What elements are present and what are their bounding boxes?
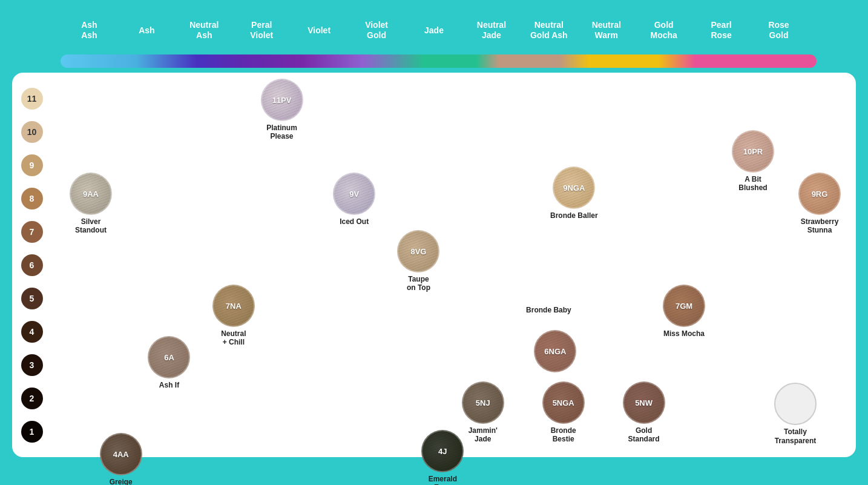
spectrum-bar xyxy=(61,54,817,68)
swatch-5nga[interactable]: 5NGA BrondeBestie xyxy=(542,381,585,444)
col-header-ash-ash: AshAsh xyxy=(62,20,116,41)
swatch-6a[interactable]: 6A Ash If xyxy=(148,336,190,389)
swatch-label-9v: Iced Out xyxy=(340,217,369,226)
swatch-grid: 11PV PlatinumPlease 10PR A BitBlushed 9A… xyxy=(51,73,856,457)
col-header-neutral-jade: NeutralJade xyxy=(464,20,519,41)
col-header-gold-mocha: GoldMocha xyxy=(637,20,691,41)
swatch-label-6a: Ash If xyxy=(159,381,179,389)
swatch-label-5nj: Jammin'Jade xyxy=(469,426,498,444)
col-header-rose-gold: RoseGold xyxy=(752,20,806,41)
swatch-label-4aa: GreigeGetter xyxy=(110,478,133,485)
col-header-violet: Violet xyxy=(292,25,346,36)
row-label-1: 1 xyxy=(21,421,43,443)
main-container: AshAsh Ash NeutralAsh PeralViolet Violet… xyxy=(0,0,868,485)
swatch-6nga[interactable]: 6NGA xyxy=(534,330,576,375)
swatch-label-10pr: A BitBlushed xyxy=(738,175,767,193)
col-header-neutral-gold-ash: NeutralGold Ash xyxy=(522,20,576,41)
row-label-8: 8 xyxy=(21,188,43,210)
swatch-label-5nga: BrondeBestie xyxy=(551,426,576,444)
swatch-label-8vg: Taupeon Top xyxy=(407,275,430,292)
transparent-circle xyxy=(774,383,817,425)
row-label-3: 3 xyxy=(21,354,43,376)
bronde-baby-label: Bronde Baby xyxy=(526,306,571,314)
swatch-8vg[interactable]: 8VG Taupeon Top xyxy=(397,230,439,292)
swatch-label-5nw: GoldStandard xyxy=(628,426,660,444)
col-header-peral-violet: PeralViolet xyxy=(234,20,289,41)
swatch-label-9rg: StrawberryStunna xyxy=(801,217,839,235)
swatch-9nga[interactable]: 9NGA Bronde Baller xyxy=(550,167,598,220)
col-header-neutral-ash: NeutralAsh xyxy=(177,20,231,41)
swatch-label-7na: Neutral+ Chill xyxy=(221,329,246,347)
swatch-label-11pv: PlatinumPlease xyxy=(266,124,297,141)
col-header-jade: Jade xyxy=(407,25,461,36)
row-label-6: 6 xyxy=(21,254,43,276)
swatch-5nj[interactable]: 5NJ Jammin'Jade xyxy=(462,381,504,444)
swatch-9rg[interactable]: 9RG StrawberryStunna xyxy=(798,173,841,235)
row-label-10: 10 xyxy=(21,121,43,143)
row-label-9: 9 xyxy=(21,154,43,176)
swatch-9v[interactable]: 9V Iced Out xyxy=(333,173,375,226)
swatch-transparent[interactable]: TotallyTransparent xyxy=(774,383,817,445)
row-label-11: 11 xyxy=(21,88,43,110)
col-header-violet-gold: VioletGold xyxy=(349,20,404,41)
chart-area: 11 10 9 8 7 6 5 4 3 2 1 11PV PlatinumPle… xyxy=(12,73,856,457)
row-label-7: 7 xyxy=(21,221,43,243)
col-header-ash: Ash xyxy=(119,25,174,36)
swatch-7gm[interactable]: 7GM Miss Mocha xyxy=(663,285,705,338)
row-labels: 11 10 9 8 7 6 5 4 3 2 1 xyxy=(12,73,51,457)
swatch-label-9nga: Bronde Baller xyxy=(550,211,598,220)
swatch-4aa[interactable]: 4AA GreigeGetter xyxy=(100,433,142,485)
col-header-neutral-warm: NeutralWarm xyxy=(579,20,634,41)
column-headers: AshAsh Ash NeutralAsh PeralViolet Violet… xyxy=(12,6,856,54)
swatch-label-4j: EmeraldEnvy xyxy=(429,475,457,485)
swatch-label-7gm: Miss Mocha xyxy=(663,329,705,338)
col-header-pearl-rose: PearlRose xyxy=(694,20,749,41)
row-label-4: 4 xyxy=(21,321,43,343)
swatch-5nw[interactable]: 5NW GoldStandard xyxy=(623,381,665,444)
swatch-10pr[interactable]: 10PR A BitBlushed xyxy=(732,130,774,193)
row-label-5: 5 xyxy=(21,288,43,309)
swatch-9aa[interactable]: 9AA SilverStandout xyxy=(70,173,112,235)
swatch-label-9aa: SilverStandout xyxy=(75,217,107,235)
row-label-2: 2 xyxy=(21,388,43,409)
swatch-11pv[interactable]: 11PV PlatinumPlease xyxy=(261,79,303,141)
swatch-label-transparent: TotallyTransparent xyxy=(775,427,817,445)
swatch-4j[interactable]: 4J EmeraldEnvy xyxy=(421,430,464,485)
swatch-7na[interactable]: 7NA Neutral+ Chill xyxy=(212,285,255,347)
